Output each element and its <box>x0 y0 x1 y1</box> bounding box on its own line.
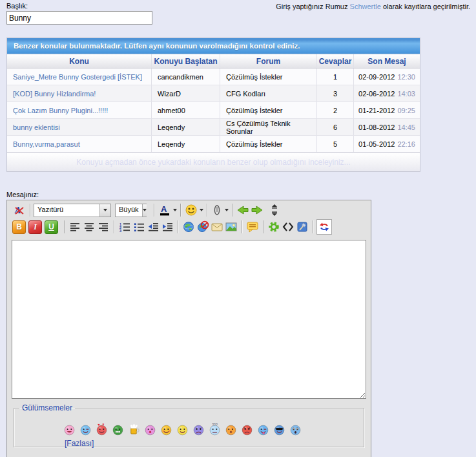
resize-editor-icon[interactable] <box>268 204 281 217</box>
toolbar-separator <box>242 220 242 233</box>
html-code-icon[interactable] <box>281 220 295 234</box>
thread-replies: 2 <box>316 102 353 118</box>
chevron-down-icon[interactable] <box>142 204 147 217</box>
toolbar-separator <box>114 220 114 233</box>
attach-paperclip-icon[interactable] <box>211 204 223 217</box>
thread-lastpost: 01-21-2012 09:25 <box>353 102 420 118</box>
thread-replies: 5 <box>316 136 353 152</box>
quote-icon[interactable] <box>245 220 260 234</box>
underline-icon[interactable]: U <box>45 220 58 234</box>
bold-icon[interactable]: B <box>12 220 26 234</box>
topic-link[interactable]: Çok Lazım Bunny Plugini...!!!!! <box>13 107 108 114</box>
topic-link[interactable]: bunny eklentisi <box>13 123 60 131</box>
smiley-wink-blue-icon[interactable] <box>79 423 92 436</box>
font-color-dropdown-icon[interactable] <box>173 209 177 211</box>
chevron-down-icon[interactable] <box>99 204 110 217</box>
smiley-tongue-wink-icon[interactable] <box>257 423 269 436</box>
smiley-embarrassed-icon[interactable] <box>225 423 237 436</box>
lastpost-time: 22:16 <box>397 140 415 148</box>
smiley-beer-icon[interactable] <box>128 423 140 436</box>
topic-link[interactable]: Saniye_Metre Bunny Gostergedi [İSTEK] <box>13 73 142 81</box>
thread-lastpost: 01-08-2012 14:45 <box>353 119 420 135</box>
font-family-select[interactable]: Yazıtürü <box>34 204 111 217</box>
smiley-eek-icon[interactable] <box>289 423 302 436</box>
switch-mode-icon[interactable] <box>316 219 332 235</box>
thread-forum: Çözülmüş İstekler <box>220 102 316 118</box>
page: { "header": { "title_label": "Başlık:", … <box>0 0 476 457</box>
insert-email-icon[interactable] <box>210 220 224 234</box>
redo-arrow-icon[interactable] <box>250 203 264 217</box>
lastpost-time: 09:25 <box>397 107 415 114</box>
undo-arrow-icon[interactable] <box>236 203 250 217</box>
smiley-in-love-icon[interactable]: ♥♥ <box>96 423 108 436</box>
editor-toolbar-row1: A Yazıtürü Büyük A <box>7 200 371 218</box>
thread-lastpost: 02-06-2012 14:03 <box>353 85 420 101</box>
svg-text:???: ??? <box>212 423 218 427</box>
similar-threads-table: Benzer konular bulunmaktadır. Lütfen ayn… <box>6 37 420 172</box>
italic-icon[interactable]: I <box>28 220 42 234</box>
ordered-list-icon[interactable]: 1 2 3 <box>118 220 132 234</box>
lastpost-time: 14:45 <box>397 123 415 131</box>
smiley-dropdown-icon[interactable] <box>200 209 203 211</box>
title-field-label: Başlık: <box>6 2 28 10</box>
remove-format-icon[interactable]: A <box>12 203 26 217</box>
message-field-label: Mesajınız: <box>6 191 39 198</box>
table-row: Saniye_Metre Bunny Gostergedi [İSTEK] ca… <box>7 69 420 85</box>
thread-forum: Çözülmüş İstekler <box>220 136 316 152</box>
username-link[interactable]: Schwertle <box>350 3 381 10</box>
outdent-icon[interactable] <box>146 220 160 234</box>
smiley-smile-icon[interactable] <box>176 423 189 436</box>
thread-starter: Leqendy <box>151 136 220 152</box>
remove-link-icon[interactable] <box>196 220 210 234</box>
smiley-cool-icon[interactable] <box>273 423 285 436</box>
smiley-laugh-icon[interactable] <box>63 423 76 436</box>
smiley-row: ♥♥??? <box>19 414 358 437</box>
title-input[interactable] <box>6 11 152 25</box>
smiley-kiss-icon[interactable] <box>144 423 156 436</box>
thread-forum: Çözülmüş İstekler <box>220 69 316 85</box>
smilies-legend: Gülümsemeler <box>19 403 75 412</box>
unordered-list-icon[interactable] <box>132 220 146 234</box>
font-size-select[interactable]: Büyük <box>115 204 147 217</box>
lastpost-time: 14:03 <box>397 90 415 98</box>
table-header-row: Konu Konuyu Başlatan Forum Cevaplar Son … <box>7 54 420 69</box>
similar-threads-footer-note: Konuyu açmadan önce yukardaki konuların … <box>7 153 420 171</box>
lastpost-date: 01-05-2012 <box>358 140 395 148</box>
thread-starter: cancandikmen <box>151 69 220 85</box>
similar-threads-notice: Benzer konular bulunmaktadır. Lütfen ayn… <box>7 38 420 54</box>
lastpost-time: 12:30 <box>397 73 415 81</box>
align-left-icon[interactable] <box>68 220 82 234</box>
thread-replies: 6 <box>316 119 353 135</box>
toolbar-separator <box>154 204 154 217</box>
smiley-blush-icon[interactable] <box>160 423 172 436</box>
font-size-value: Büyük <box>116 204 142 217</box>
wrap-php-icon[interactable] <box>295 220 309 234</box>
font-color-icon[interactable]: A <box>158 203 172 217</box>
toolbar-separator <box>207 204 207 217</box>
message-editor: A Yazıtürü Büyük A <box>6 200 371 457</box>
more-smilies-link[interactable]: [Fazlası] <box>65 439 94 448</box>
align-center-icon[interactable] <box>82 220 96 234</box>
smiley-angry-icon[interactable] <box>241 423 253 436</box>
topic-link[interactable]: [KOD] Bunny Hizlandirma! <box>13 90 96 98</box>
toolbar-separator <box>313 220 313 233</box>
insert-image-icon[interactable] <box>224 220 238 234</box>
smiley-mad-icon[interactable] <box>192 423 205 436</box>
login-notice-prefix: Giriş yaptığınız Rumuz <box>276 3 347 10</box>
smiley-biggrin-icon[interactable] <box>112 423 124 436</box>
smiley-menu-icon[interactable] <box>184 203 198 217</box>
thread-starter: WizarD <box>151 85 220 101</box>
align-right-icon[interactable] <box>96 220 110 234</box>
toolbar-separator <box>178 220 178 233</box>
indent-icon[interactable] <box>160 220 174 234</box>
font-family-value: Yazıtürü <box>34 204 99 217</box>
smiley-confused-icon[interactable]: ??? <box>209 423 221 436</box>
column-header-starter: Konuyu Başlatan <box>151 54 220 68</box>
wrap-code-gear-icon[interactable] <box>267 220 281 234</box>
insert-link-icon[interactable] <box>181 220 196 234</box>
toolbar-separator <box>232 204 233 217</box>
message-textarea[interactable] <box>12 240 366 399</box>
attach-dropdown-icon[interactable] <box>225 209 229 211</box>
topic-link[interactable]: Bunny,vurma,parasut <box>13 140 80 148</box>
table-row: Çok Lazım Bunny Plugini...!!!!! ahmet00 … <box>7 102 420 119</box>
